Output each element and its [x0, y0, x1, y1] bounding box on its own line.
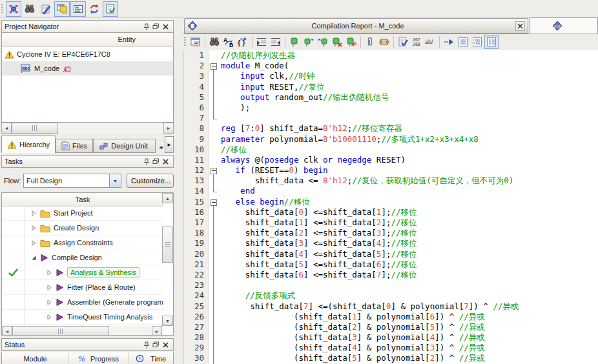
bookmark-delete-button[interactable] [330, 35, 344, 49]
messages-toggle-button[interactable] [103, 1, 118, 17]
indent-decrease-button[interactable] [269, 35, 283, 49]
comment-toggle-button[interactable]: ab/ [423, 35, 437, 49]
status-col-module[interactable]: Module [2, 352, 69, 364]
code-line[interactable]: 29 (shift_data[4] & polynomial[3]) ^ //异… [183, 343, 598, 353]
task-label[interactable]: Fitter (Place & Route) [67, 283, 136, 291]
code-line[interactable]: 6 ); [183, 103, 598, 113]
scroll-right-icon[interactable]: ► [163, 123, 174, 134]
task-row[interactable]: Assembler (Generate programm [2, 295, 163, 310]
task-label[interactable]: Create Design [54, 224, 99, 232]
close-icon[interactable] [161, 22, 170, 31]
bookmark-next-button[interactable] [302, 35, 316, 49]
editor-window-button[interactable] [189, 35, 203, 49]
code-line[interactable]: 7 [183, 113, 598, 123]
code-line[interactable]: 22 shift_data[6] <=shift_data[7];//移位 [183, 270, 598, 280]
code-line[interactable]: 4 input RESET,//复位 [183, 82, 598, 92]
find-button[interactable] [207, 35, 222, 49]
task-row[interactable]: Create Design [2, 221, 163, 236]
device-tree-row[interactable]: Cyclone IV E: EP4CE6F17C8 [2, 47, 173, 61]
code-editor[interactable]: 1//伪随机序列发生器2module M_code(3 input clk,//… [183, 50, 598, 364]
task-label[interactable]: Compile Design [52, 254, 102, 261]
code-line[interactable]: 11always @(posedge clk or negedge RESET) [183, 155, 598, 165]
task-label[interactable]: Assign Constraints [54, 239, 113, 247]
scrollbar-thumb[interactable] [12, 326, 109, 336]
expand-arrow-icon[interactable] [46, 299, 52, 305]
code-line[interactable]: 1//伪随机序列发生器 [183, 50, 598, 61]
expand-arrow-icon[interactable] [31, 240, 37, 246]
pin-icon[interactable] [141, 22, 151, 31]
status-col-time[interactable]: Time [129, 352, 173, 364]
tasks-vscrollbar[interactable]: ▲ ▼ [162, 193, 173, 326]
toolbar-drag-handle[interactable] [184, 37, 186, 47]
code-line[interactable]: 12 if (RESET==0) begin [183, 165, 598, 176]
code-line[interactable]: 10//移位 [183, 145, 598, 155]
expand-arrow-icon[interactable] [46, 270, 52, 276]
scrollbar-thumb[interactable] [12, 123, 58, 134]
task-row[interactable]: Assign Constraints [2, 236, 163, 250]
code-line[interactable]: 15 else begin//移位 [183, 197, 598, 207]
code-line[interactable]: 25 shift_data[7] <=(shift_data[0] & poly… [183, 301, 598, 312]
project-navigator-toggle-button[interactable] [6, 1, 21, 17]
module-tree-row[interactable]: abc M_code [2, 61, 173, 76]
pin-icon[interactable] [141, 157, 151, 166]
scroll-down-icon[interactable]: ▼ [162, 316, 173, 326]
insert-template-button[interactable] [377, 35, 391, 49]
task-label[interactable]: Analysis & Synthesis [67, 267, 139, 278]
project-navigator-hscrollbar[interactable]: ◄ ► [1, 123, 174, 134]
bookmark-delete-all-button[interactable] [344, 35, 358, 49]
matching-delimiter-button[interactable]: { } [236, 35, 250, 49]
task-row[interactable]: Compile Design [2, 250, 163, 265]
task-column-header[interactable]: Task [2, 193, 163, 207]
code-line[interactable]: 26 (shift_data[1] & polynomial[6]) ^ //异… [183, 312, 598, 322]
task-row[interactable]: Analysis & Synthesis [2, 265, 163, 280]
expand-arrow-icon[interactable] [46, 285, 52, 290]
scrollbar-track[interactable] [58, 123, 163, 134]
scroll-left-icon[interactable]: ◄ [2, 326, 12, 336]
tab-verilog-file[interactable]: abc [530, 17, 598, 34]
code-line[interactable]: 27 (shift_data[2] & polynomial[5]) ^ //异… [183, 322, 598, 332]
code-line[interactable]: 5 output random_out//输出伪随机信号 [183, 92, 598, 103]
flow-select[interactable]: Full Design ▼ [23, 174, 121, 188]
code-line[interactable]: 23 [183, 280, 598, 290]
chevron-down-icon[interactable]: ▼ [109, 174, 121, 187]
refresh-button[interactable] [87, 1, 102, 17]
status-col-progress[interactable]: % Progress [69, 352, 129, 364]
tasks-toggle-button[interactable] [54, 1, 70, 17]
code-line[interactable]: 19 shift_data[3] <=shift_data[4];//移位 [183, 238, 598, 248]
task-row[interactable]: Fitter (Place & Route) [2, 280, 163, 295]
bookmark-toggle-button[interactable] [287, 35, 302, 49]
restore-icon[interactable] [151, 157, 161, 166]
goto-location-button[interactable] [442, 35, 456, 49]
code-line[interactable]: 28 (shift_data[3] & polynomial[4]) ^ //异… [183, 332, 598, 343]
customize-button[interactable]: Customize... [127, 174, 174, 188]
task-row[interactable]: Start Project [2, 206, 163, 221]
expand-arrow-icon[interactable] [31, 210, 37, 216]
status-toggle-button[interactable] [70, 1, 86, 17]
outline-collapse-button[interactable] [456, 35, 470, 49]
pin-icon[interactable] [141, 340, 151, 349]
code-line[interactable]: 20 shift_data[4] <=shift_data[5];//移位 [183, 249, 598, 259]
indent-increase-button[interactable] [254, 35, 269, 49]
tab-scroll-left-icon[interactable]: ◄ [158, 145, 163, 150]
analyze-file-button[interactable] [396, 35, 410, 49]
node-finder-button[interactable] [22, 1, 37, 17]
code-line[interactable]: 14 end [183, 186, 598, 196]
outline-expand-button[interactable] [470, 35, 484, 49]
scrollbar-track[interactable] [109, 326, 152, 336]
tab-hierarchy[interactable]: Hierarchy [1, 136, 56, 153]
code-line[interactable]: 18 shift_data[2] <=shift_data[3];//移位 [183, 228, 598, 238]
expand-arrow-icon[interactable] [31, 225, 37, 231]
code-line[interactable]: 24 //反馈多项式 [183, 290, 598, 301]
bookmark-previous-button[interactable] [316, 35, 330, 49]
task-label[interactable]: Start Project [54, 209, 93, 217]
expand-arrow-icon[interactable] [46, 314, 52, 320]
task-label[interactable]: Assembler (Generate programm [67, 298, 163, 306]
code-line[interactable]: 30 (shift_data[5] & polynomial[2]) ^ //异… [183, 353, 598, 363]
entity-column-header[interactable]: Entity [2, 33, 173, 47]
scroll-up-icon[interactable]: ▲ [162, 193, 173, 203]
tab-files[interactable]: Files [56, 139, 93, 153]
close-icon[interactable] [161, 157, 170, 166]
tab-design-unit[interactable]: Design Unit [93, 139, 156, 153]
insert-file-button[interactable] [363, 35, 377, 49]
code-line[interactable]: 16 shift_data[0] <=shift_data[1];//移位 [183, 207, 598, 217]
